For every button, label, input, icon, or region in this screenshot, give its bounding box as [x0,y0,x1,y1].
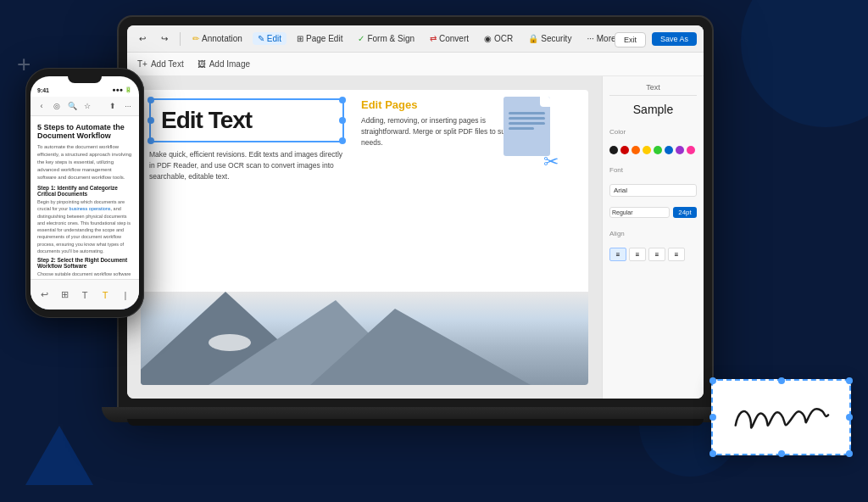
doc-line-1 [509,112,545,114]
phone-location-icon[interactable]: ◎ [51,100,63,112]
redo-button[interactable]: ↪ [156,32,173,45]
content-area: Edit Text Make quick, efficient revision… [127,76,704,399]
add-image-icon: 🖼 [198,59,206,69]
handle-mr[interactable] [339,117,346,124]
pdf-main: Edit Text Make quick, efficient revision… [127,76,602,399]
triangle-decor-1 [25,426,93,485]
laptop-device: ↩ ↪ ✏ Annotation ✎ Edit ⊞ Page Edit [119,17,737,458]
color-black[interactable] [609,146,618,154]
snow-1 [209,334,251,351]
phone-doc-title: 5 Steps to Automate the Document Workflo… [37,123,132,140]
doc-lines [509,112,545,132]
phone-doc-intro: To automate the document workflow effici… [37,143,132,181]
form-sign-button[interactable]: ✓ Form & Sign [353,32,420,45]
align-row: ≡ ≡ ≡ ≡ [609,248,697,261]
signature-text [719,381,844,454]
align-justify-button[interactable]: ≡ [668,248,685,261]
scissors-icon: ✂ [543,151,559,173]
phone-screen: 9:41 ●●● 🔋 ‹ ◎ 🔍 ☆ ⬆ ··· 5 Steps to Auto… [31,76,139,310]
edit-icon: ✎ [258,34,264,43]
exit-button[interactable]: Exit [615,32,646,47]
phone-more-icon[interactable]: ··· [122,100,134,112]
mountain-background [141,292,588,385]
doc-line-3 [509,122,545,125]
edit-button[interactable]: ✎ Edit [253,32,287,45]
font-style-row: Regular 24pt [609,207,697,218]
color-orange[interactable] [632,146,640,154]
more-icon: ··· [587,34,593,43]
toolbar-separator-1 [180,32,181,46]
signature-svg [719,381,843,448]
phone-notch [68,76,102,83]
phone-bottom-bar: ↩ ⊞ T T | [31,279,139,310]
handle-br[interactable] [339,137,346,144]
document-icon: ✂ [504,97,563,169]
page-edit-button[interactable]: ⊞ Page Edit [292,32,348,45]
security-button[interactable]: 🔒 Security [523,32,576,45]
security-icon: 🔒 [528,34,538,43]
align-left-button[interactable]: ≡ [609,248,626,261]
doc-line-2 [509,117,545,120]
sig-handle-br[interactable] [846,450,853,457]
phone-body: 9:41 ●●● 🔋 ‹ ◎ 🔍 ☆ ⬆ ··· 5 Steps to Auto… [25,68,144,318]
sig-handle-tm[interactable] [778,377,785,384]
phone-step1-title: Step 1: Identify and Categorize Critical… [37,185,132,197]
phone-device: 9:41 ●●● 🔋 ‹ ◎ 🔍 ☆ ⬆ ··· 5 Steps to Auto… [25,68,157,322]
ocr-icon: ◉ [484,34,492,43]
undo-button[interactable]: ↩ [134,32,151,45]
laptop-base-bottom [127,419,704,426]
laptop-screen-border: ↩ ↪ ✏ Annotation ✎ Edit ⊞ Page Edit [119,17,712,407]
sig-handle-tr[interactable] [846,377,853,384]
sig-handle-bm[interactable] [778,450,785,457]
signature-card [711,379,851,455]
sig-handle-rm[interactable] [846,414,853,421]
phone-highlight-icon[interactable]: T [97,287,113,303]
phone-grid-icon[interactable]: ⊞ [57,287,72,303]
save-as-button[interactable]: Save As [652,32,697,46]
color-green[interactable] [654,146,662,154]
laptop-screen: ↩ ↪ ✏ Annotation ✎ Edit ⊞ Page Edit [127,25,704,399]
font-family-select[interactable]: Arial [609,184,697,197]
color-red[interactable] [620,146,629,154]
color-purple[interactable] [676,146,684,154]
sig-handle-bl[interactable] [709,450,716,457]
align-center-button[interactable]: ≡ [629,248,646,261]
align-right-button[interactable]: ≡ [648,248,665,261]
edit-text-box[interactable]: Edit Text [149,98,344,142]
page-icon: ⊞ [297,34,303,43]
phone-cursor-icon[interactable]: | [118,287,133,303]
edit-text-section: Edit Text Make quick, efficient revision… [149,98,344,181]
color-blue[interactable] [665,146,673,154]
sample-text: Sample [609,103,697,116]
font-size-box[interactable]: 24pt [673,207,697,218]
phone-share-icon[interactable]: ⬆ [107,100,119,112]
doc-icon-main [504,97,550,156]
doc-line-4 [509,127,534,130]
font-style-select[interactable]: Regular [609,207,670,218]
phone-bookmark-icon[interactable]: ☆ [81,100,93,112]
font-section-title: Font [609,166,697,174]
sig-handle-lm[interactable] [709,414,716,421]
phone-toolbar: ‹ ◎ 🔍 ☆ ⬆ ··· [31,97,139,116]
handle-tr[interactable] [339,97,346,103]
phone-back-icon[interactable]: ‹ [36,100,47,112]
color-yellow[interactable] [643,146,651,154]
main-toolbar: ↩ ↪ ✏ Annotation ✎ Edit ⊞ Page Edit [127,25,704,53]
annotation-button[interactable]: ✏ Annotation [187,32,248,45]
panel-header: Text [609,83,697,96]
color-pink[interactable] [687,146,695,154]
right-panel: Text Sample Color Font Arial [602,76,704,399]
sig-handle-tl[interactable] [709,377,716,384]
phone-text-icon[interactable]: T [77,287,92,303]
add-image-button[interactable]: 🖼 Add Image [198,59,250,69]
phone-undo-icon[interactable]: ↩ [36,287,52,303]
circle-decor-1 [741,0,868,127]
convert-button[interactable]: ⇄ Convert [425,32,474,45]
ocr-button[interactable]: ◉ OCR [479,32,518,45]
sub-toolbar: T+ Add Text 🖼 Add Image [127,53,704,76]
phone-search-icon[interactable]: 🔍 [66,100,78,112]
pen-icon: ✏ [192,34,199,43]
phone-time: 9:41 [37,87,49,93]
redo-icon: ↪ [161,34,168,43]
convert-icon: ⇄ [430,34,437,43]
